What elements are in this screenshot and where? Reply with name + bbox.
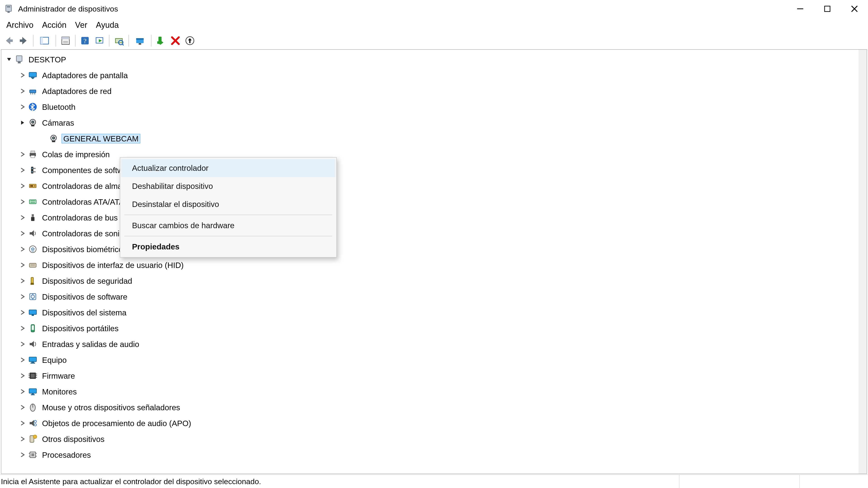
chevron-right-icon[interactable] bbox=[17, 294, 28, 299]
chevron-right-icon[interactable] bbox=[17, 247, 28, 252]
update-driver-button[interactable] bbox=[131, 34, 149, 47]
help-button[interactable]: ? bbox=[78, 34, 92, 47]
svg-rect-67 bbox=[31, 278, 33, 283]
svg-marker-23 bbox=[157, 40, 164, 45]
tree-node[interactable]: Bluetooth bbox=[1, 99, 867, 115]
tree-node[interactable]: Adaptadores de pantalla bbox=[1, 67, 867, 83]
chevron-right-icon[interactable] bbox=[17, 436, 28, 442]
vertical-scrollbar[interactable] bbox=[859, 50, 867, 474]
action-button[interactable] bbox=[92, 34, 107, 47]
tree-node[interactable]: Mouse y otros dispositivos señaladores bbox=[1, 399, 867, 415]
menu-view[interactable]: Ver bbox=[75, 20, 87, 30]
tree-node-label: Dispositivos de interfaz de usuario (HID… bbox=[41, 261, 184, 269]
svg-rect-4 bbox=[8, 39, 13, 42]
menu-help[interactable]: Ayuda bbox=[96, 20, 119, 30]
svg-rect-76 bbox=[32, 326, 34, 330]
show-hide-console-tree-button[interactable] bbox=[36, 34, 53, 47]
svg-rect-47 bbox=[31, 167, 33, 173]
svg-rect-3 bbox=[825, 6, 830, 11]
tree-node[interactable]: Adaptadores de red bbox=[1, 83, 867, 99]
svg-rect-27 bbox=[18, 61, 21, 64]
enable-device-button[interactable] bbox=[154, 34, 168, 47]
chevron-right-icon[interactable] bbox=[17, 263, 28, 267]
chevron-right-icon[interactable] bbox=[17, 326, 28, 331]
tree-node-label: Entradas y salidas de audio bbox=[41, 340, 140, 349]
computer-icon bbox=[28, 355, 37, 365]
svg-rect-91 bbox=[31, 394, 35, 395]
apo-icon bbox=[28, 418, 37, 428]
svg-rect-7 bbox=[40, 37, 43, 44]
tree-node[interactable]: Dispositivos portátiles bbox=[1, 320, 867, 336]
chevron-right-icon[interactable] bbox=[17, 184, 28, 188]
disable-device-button[interactable] bbox=[168, 34, 183, 47]
svg-rect-46 bbox=[31, 156, 35, 158]
tree-node[interactable]: Objetos de procesamiento de audio (APO) bbox=[1, 415, 867, 431]
chevron-right-icon[interactable] bbox=[17, 373, 28, 378]
context-menu-item[interactable]: Propiedades bbox=[121, 238, 336, 256]
chevron-right-icon[interactable] bbox=[17, 357, 28, 362]
chevron-right-icon[interactable] bbox=[17, 421, 28, 426]
tree-node[interactable]: Entradas y salidas de audio bbox=[1, 336, 867, 352]
biometric-icon bbox=[28, 245, 37, 254]
tree-node[interactable]: Dispositivos de software bbox=[1, 289, 867, 304]
uninstall-device-button[interactable] bbox=[183, 34, 197, 47]
close-button[interactable] bbox=[841, 0, 868, 18]
nav-forward-button[interactable] bbox=[16, 34, 31, 47]
svg-rect-78 bbox=[29, 357, 37, 362]
chevron-right-icon[interactable] bbox=[17, 389, 28, 394]
minimize-button[interactable] bbox=[786, 0, 814, 18]
chevron-down-icon[interactable] bbox=[17, 120, 28, 125]
tree-node[interactable]: Procesadores bbox=[1, 447, 867, 463]
toolbar-separator bbox=[151, 35, 151, 46]
svg-rect-28 bbox=[29, 72, 37, 77]
security-icon bbox=[28, 276, 37, 286]
properties-button[interactable] bbox=[58, 34, 73, 47]
svg-point-48 bbox=[32, 168, 33, 169]
tree-node[interactable]: Dispositivos de interfaz de usuario (HID… bbox=[1, 257, 867, 273]
chevron-down-icon[interactable] bbox=[4, 57, 14, 62]
tree-node[interactable]: GENERAL WEBCAM bbox=[1, 131, 867, 147]
chevron-right-icon[interactable] bbox=[17, 310, 28, 315]
svg-line-18 bbox=[122, 44, 124, 45]
chevron-right-icon[interactable] bbox=[17, 278, 28, 283]
tree-node-label: Dispositivos de software bbox=[41, 292, 128, 301]
nav-back-button[interactable] bbox=[2, 34, 16, 47]
tree-node[interactable]: Monitores bbox=[1, 384, 867, 399]
context-menu-item[interactable]: Actualizar controlador bbox=[121, 159, 336, 177]
context-menu-separator bbox=[124, 215, 332, 215]
toolbar-separator bbox=[56, 35, 56, 46]
maximize-button[interactable] bbox=[814, 0, 841, 18]
chevron-right-icon[interactable] bbox=[17, 152, 28, 157]
context-menu-item[interactable]: Deshabilitar dispositivo bbox=[121, 177, 336, 195]
chevron-right-icon[interactable] bbox=[17, 341, 28, 347]
svg-rect-90 bbox=[32, 394, 34, 394]
chevron-right-icon[interactable] bbox=[17, 104, 28, 109]
tree-node[interactable]: !Otros dispositivos bbox=[1, 431, 867, 447]
tree-node[interactable]: Cámaras bbox=[1, 115, 867, 131]
scan-hardware-button[interactable] bbox=[112, 34, 126, 47]
tree-node[interactable]: Dispositivos de seguridad bbox=[1, 273, 867, 289]
svg-rect-43 bbox=[52, 141, 55, 142]
svg-rect-45 bbox=[31, 151, 35, 153]
svg-rect-21 bbox=[139, 43, 141, 45]
svg-rect-50 bbox=[33, 168, 36, 169]
chevron-right-icon[interactable] bbox=[17, 452, 28, 457]
chevron-right-icon[interactable] bbox=[17, 215, 28, 220]
menu-action[interactable]: Acción bbox=[42, 20, 66, 30]
context-menu-item[interactable]: Buscar cambios de hardware bbox=[121, 217, 336, 234]
chevron-right-icon[interactable] bbox=[17, 405, 28, 410]
chevron-right-icon[interactable] bbox=[17, 231, 28, 236]
tree-node[interactable]: Dispositivos del sistema bbox=[1, 304, 867, 320]
tree-node[interactable]: Equipo bbox=[1, 352, 867, 368]
chevron-right-icon[interactable] bbox=[17, 73, 28, 78]
context-menu-item[interactable]: Desinstalar el dispositivo bbox=[121, 195, 336, 213]
network-icon bbox=[28, 86, 37, 96]
chevron-right-icon[interactable] bbox=[17, 89, 28, 94]
tree-node[interactable]: Firmware bbox=[1, 368, 867, 384]
menu-file[interactable]: Archivo bbox=[6, 20, 33, 30]
system-icon bbox=[28, 308, 37, 317]
chevron-right-icon[interactable] bbox=[17, 168, 28, 173]
chevron-right-icon[interactable] bbox=[17, 199, 28, 204]
tree-node[interactable]: DESKTOP bbox=[1, 52, 867, 67]
tree-node-label: Dispositivos de seguridad bbox=[41, 276, 133, 285]
